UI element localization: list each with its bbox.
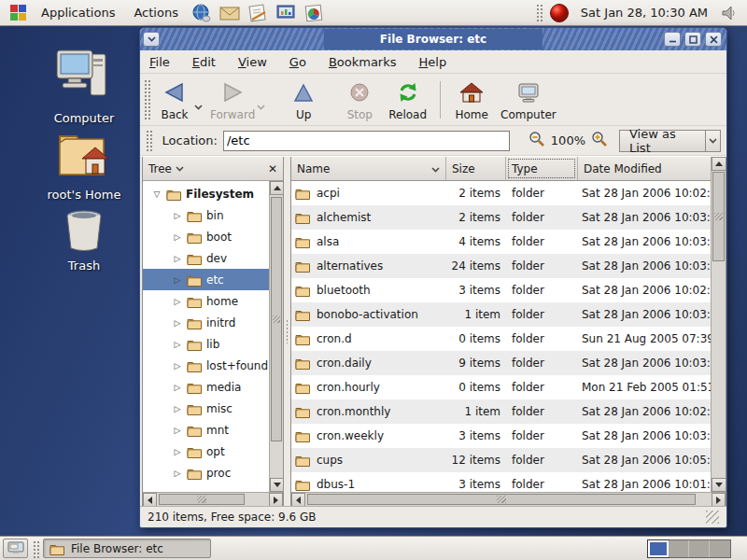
scrollbar-thumb[interactable] (307, 494, 696, 505)
tree-item-lib[interactable]: ▷lib (143, 333, 269, 355)
expander-closed-icon[interactable]: ▷ (171, 211, 184, 220)
expander-closed-icon[interactable]: ▷ (171, 275, 184, 285)
update-notifier-icon[interactable] (547, 2, 571, 24)
file-row-acpi[interactable]: acpi2 itemsfolderSat 28 Jan 2006 10:02:5 (291, 181, 711, 205)
tree-item-mnt[interactable]: ▷mnt (143, 419, 269, 441)
tree-item-initrd[interactable]: ▷initrd (143, 312, 269, 333)
tree-item-bin[interactable]: ▷bin (143, 204, 269, 226)
scrollbar-thumb[interactable] (159, 494, 245, 505)
task-button-file-browser[interactable]: File Browser: etc (43, 539, 211, 558)
menu-help[interactable]: Help (419, 55, 447, 69)
menu-edit[interactable]: Edit (192, 55, 216, 69)
file-row-bluetooth[interactable]: bluetooth3 itemsfolderSat 28 Jan 2006 10… (291, 278, 711, 302)
up-button[interactable]: Up (280, 77, 327, 123)
scroll-up-button[interactable] (712, 157, 726, 171)
tree-vertical-scrollbar[interactable] (269, 181, 283, 492)
menu-view[interactable]: View (238, 55, 267, 69)
desktop-icon-computer[interactable]: Computer (28, 47, 140, 125)
file-row-cron.daily[interactable]: cron.daily9 itemsfolderSat 28 Jan 2006 1… (291, 351, 711, 375)
column-header-type[interactable]: Type (506, 157, 578, 181)
tree-item-dev[interactable]: ▷dev (143, 247, 269, 269)
column-header-date-modified[interactable]: Date Modified (578, 157, 711, 181)
file-row-cups[interactable]: cups12 itemsfolderSat 28 Jan 2006 10:05:… (291, 448, 711, 472)
side-pane-header[interactable]: Tree ✕ (143, 157, 283, 181)
workspace-3[interactable] (689, 540, 710, 557)
stop-button[interactable]: Stop (336, 77, 383, 123)
desktop-icon-trash[interactable]: Trash (28, 207, 140, 273)
window-menu-button[interactable] (143, 32, 160, 47)
workspace-1[interactable] (648, 540, 669, 557)
location-input[interactable] (223, 131, 510, 151)
list-horizontal-scrollbar[interactable] (291, 492, 726, 506)
tree-item-opt[interactable]: ▷opt (143, 441, 269, 462)
scroll-left-button[interactable] (291, 493, 305, 507)
back-dropdown-chevron[interactable] (194, 100, 203, 113)
scroll-down-button[interactable] (712, 478, 726, 492)
desktop-icon-roots-home[interactable]: root's Home (28, 127, 140, 202)
expander-closed-icon[interactable]: ▷ (171, 254, 184, 263)
tree-item-Filesystem[interactable]: ▽Filesystem (143, 183, 269, 204)
applications-menu[interactable]: Applications (34, 0, 122, 25)
expander-open-icon[interactable]: ▽ (150, 189, 163, 199)
home-button[interactable]: Home (448, 77, 495, 123)
file-row-alternatives[interactable]: alternatives24 itemsfolderSat 28 Jan 200… (291, 254, 711, 278)
expander-closed-icon[interactable]: ▷ (171, 297, 184, 306)
zoom-in-icon[interactable] (591, 131, 608, 150)
tree-item-home[interactable]: ▷home (143, 290, 269, 312)
menu-file[interactable]: File (149, 55, 170, 69)
maximize-button[interactable] (684, 32, 701, 47)
tree-horizontal-scrollbar[interactable] (143, 492, 283, 506)
tree-item-misc[interactable]: ▷misc (143, 398, 269, 419)
menu-bookmarks[interactable]: Bookmarks (329, 55, 397, 69)
expander-closed-icon[interactable]: ▷ (171, 404, 184, 413)
file-row-alsa[interactable]: alsa4 itemsfolderSat 28 Jan 2006 10:03:3 (291, 230, 711, 254)
back-button[interactable]: Back (151, 77, 198, 123)
forward-button[interactable]: Forward (204, 77, 261, 123)
writer-icon[interactable] (246, 2, 270, 24)
tree-item-proc[interactable]: ▷proc (143, 462, 269, 483)
column-header-size[interactable]: Size (446, 157, 506, 181)
workspace-2[interactable] (669, 540, 689, 557)
side-pane-close-icon[interactable]: ✕ (268, 162, 277, 175)
toolbar-handle[interactable] (143, 78, 150, 119)
tree-item-etc[interactable]: ▷etc (143, 269, 269, 290)
zoom-out-icon[interactable] (529, 131, 545, 150)
calc-icon[interactable] (302, 2, 326, 24)
forward-dropdown-chevron[interactable] (257, 100, 265, 113)
file-row-cron.hourly[interactable]: cron.hourly0 itemsfolderMon 21 Feb 2005 … (291, 375, 711, 399)
scroll-right-button[interactable] (712, 493, 726, 507)
expander-closed-icon[interactable]: ▷ (171, 361, 184, 371)
computer-button[interactable]: Computer (495, 77, 562, 123)
resize-grip[interactable] (706, 511, 719, 524)
file-row-cron.d[interactable]: cron.d0 itemsfolderSun 21 Aug 2005 07:39… (291, 327, 711, 351)
expander-closed-icon[interactable]: ▷ (171, 318, 184, 328)
scrollbar-thumb[interactable] (271, 197, 282, 441)
expander-closed-icon[interactable]: ▷ (171, 426, 184, 435)
scrollbar-thumb[interactable] (712, 172, 725, 261)
view-mode-chevron[interactable] (705, 130, 721, 152)
volume-icon[interactable] (717, 2, 741, 24)
file-row-cron.weekly[interactable]: cron.weekly3 itemsfolderSat 28 Jan 2006 … (291, 424, 711, 448)
expander-closed-icon[interactable]: ▷ (171, 340, 184, 349)
file-row-bonobo-activation[interactable]: bonobo-activation1 itemfolderSat 28 Jan … (291, 302, 711, 327)
minimize-button[interactable] (664, 32, 681, 47)
expander-closed-icon[interactable]: ▷ (171, 232, 184, 242)
distro-logo-icon[interactable] (6, 2, 30, 24)
tree-item-lost+found[interactable]: ▷lost+found (143, 355, 269, 376)
reload-button[interactable]: Reload (383, 77, 432, 123)
impress-icon[interactable] (274, 2, 298, 24)
scroll-down-button[interactable] (270, 478, 284, 492)
list-vertical-scrollbar[interactable] (711, 157, 726, 492)
workspace-4[interactable] (710, 540, 730, 557)
scroll-left-button[interactable] (143, 493, 157, 507)
titlebar[interactable]: File Browser: etc (140, 28, 726, 50)
scroll-up-button[interactable] (270, 181, 284, 195)
expander-closed-icon[interactable]: ▷ (171, 383, 184, 392)
expander-closed-icon[interactable]: ▷ (171, 447, 184, 456)
email-icon[interactable] (218, 2, 242, 24)
panel-handle[interactable] (535, 3, 543, 22)
tree-item-media[interactable]: ▷media (143, 376, 269, 398)
close-button[interactable] (705, 32, 722, 47)
file-row-alchemist[interactable]: alchemist2 itemsfolderSat 28 Jan 2006 10… (291, 205, 711, 230)
taskbar-handle[interactable] (32, 539, 39, 558)
